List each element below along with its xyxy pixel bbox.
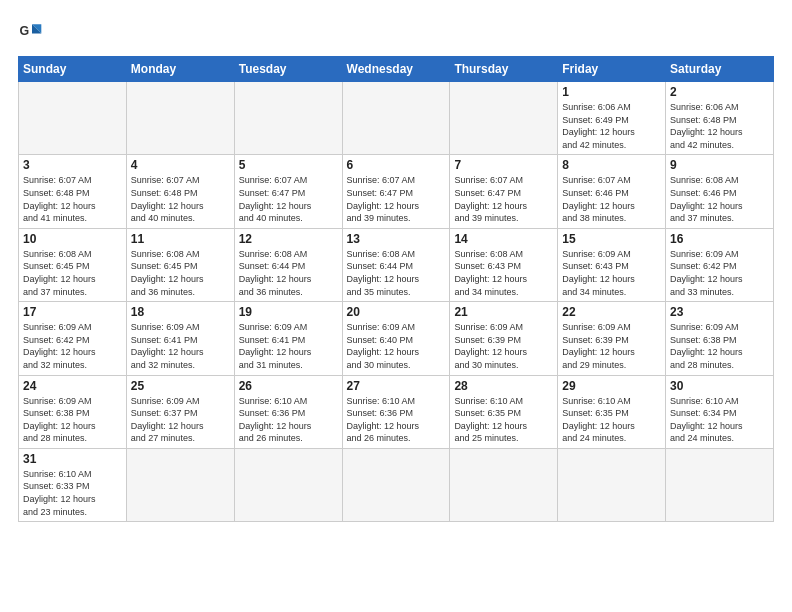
day-cell <box>558 448 666 521</box>
day-number: 28 <box>454 379 553 393</box>
day-cell: 17Sunrise: 6:09 AMSunset: 6:42 PMDayligh… <box>19 302 127 375</box>
logo: G <box>18 18 50 46</box>
day-cell: 2Sunrise: 6:06 AMSunset: 6:48 PMDaylight… <box>666 82 774 155</box>
day-info: Sunrise: 6:07 AMSunset: 6:48 PMDaylight:… <box>23 174 122 224</box>
day-info: Sunrise: 6:10 AMSunset: 6:35 PMDaylight:… <box>454 395 553 445</box>
day-number: 15 <box>562 232 661 246</box>
day-cell: 14Sunrise: 6:08 AMSunset: 6:43 PMDayligh… <box>450 228 558 301</box>
day-cell: 4Sunrise: 6:07 AMSunset: 6:48 PMDaylight… <box>126 155 234 228</box>
day-number: 14 <box>454 232 553 246</box>
weekday-header-monday: Monday <box>126 57 234 82</box>
day-cell: 9Sunrise: 6:08 AMSunset: 6:46 PMDaylight… <box>666 155 774 228</box>
day-info: Sunrise: 6:09 AMSunset: 6:38 PMDaylight:… <box>23 395 122 445</box>
week-row-3: 10Sunrise: 6:08 AMSunset: 6:45 PMDayligh… <box>19 228 774 301</box>
day-info: Sunrise: 6:08 AMSunset: 6:45 PMDaylight:… <box>23 248 122 298</box>
day-number: 22 <box>562 305 661 319</box>
day-info: Sunrise: 6:09 AMSunset: 6:39 PMDaylight:… <box>454 321 553 371</box>
day-info: Sunrise: 6:09 AMSunset: 6:38 PMDaylight:… <box>670 321 769 371</box>
day-info: Sunrise: 6:10 AMSunset: 6:33 PMDaylight:… <box>23 468 122 518</box>
day-number: 29 <box>562 379 661 393</box>
day-info: Sunrise: 6:06 AMSunset: 6:49 PMDaylight:… <box>562 101 661 151</box>
week-row-5: 24Sunrise: 6:09 AMSunset: 6:38 PMDayligh… <box>19 375 774 448</box>
calendar-header: SundayMondayTuesdayWednesdayThursdayFrid… <box>19 57 774 82</box>
day-info: Sunrise: 6:07 AMSunset: 6:47 PMDaylight:… <box>239 174 338 224</box>
day-number: 17 <box>23 305 122 319</box>
day-number: 25 <box>131 379 230 393</box>
day-cell: 23Sunrise: 6:09 AMSunset: 6:38 PMDayligh… <box>666 302 774 375</box>
day-info: Sunrise: 6:08 AMSunset: 6:45 PMDaylight:… <box>131 248 230 298</box>
day-cell: 1Sunrise: 6:06 AMSunset: 6:49 PMDaylight… <box>558 82 666 155</box>
day-info: Sunrise: 6:09 AMSunset: 6:39 PMDaylight:… <box>562 321 661 371</box>
day-cell: 7Sunrise: 6:07 AMSunset: 6:47 PMDaylight… <box>450 155 558 228</box>
day-number: 4 <box>131 158 230 172</box>
day-number: 9 <box>670 158 769 172</box>
weekday-header-wednesday: Wednesday <box>342 57 450 82</box>
day-info: Sunrise: 6:09 AMSunset: 6:41 PMDaylight:… <box>131 321 230 371</box>
weekday-header-thursday: Thursday <box>450 57 558 82</box>
day-info: Sunrise: 6:09 AMSunset: 6:41 PMDaylight:… <box>239 321 338 371</box>
calendar-page: G SundayMondayTuesdayWednesdayThursdayFr… <box>0 0 792 612</box>
day-cell: 6Sunrise: 6:07 AMSunset: 6:47 PMDaylight… <box>342 155 450 228</box>
weekday-header-friday: Friday <box>558 57 666 82</box>
day-cell <box>342 82 450 155</box>
day-cell <box>126 448 234 521</box>
day-number: 12 <box>239 232 338 246</box>
week-row-2: 3Sunrise: 6:07 AMSunset: 6:48 PMDaylight… <box>19 155 774 228</box>
day-cell: 26Sunrise: 6:10 AMSunset: 6:36 PMDayligh… <box>234 375 342 448</box>
day-number: 18 <box>131 305 230 319</box>
day-cell: 10Sunrise: 6:08 AMSunset: 6:45 PMDayligh… <box>19 228 127 301</box>
day-cell: 31Sunrise: 6:10 AMSunset: 6:33 PMDayligh… <box>19 448 127 521</box>
day-number: 1 <box>562 85 661 99</box>
day-cell <box>450 448 558 521</box>
header: G <box>18 18 774 46</box>
day-info: Sunrise: 6:10 AMSunset: 6:34 PMDaylight:… <box>670 395 769 445</box>
day-number: 21 <box>454 305 553 319</box>
day-info: Sunrise: 6:07 AMSunset: 6:48 PMDaylight:… <box>131 174 230 224</box>
day-cell: 13Sunrise: 6:08 AMSunset: 6:44 PMDayligh… <box>342 228 450 301</box>
day-info: Sunrise: 6:07 AMSunset: 6:47 PMDaylight:… <box>454 174 553 224</box>
day-cell <box>450 82 558 155</box>
day-number: 13 <box>347 232 446 246</box>
week-row-1: 1Sunrise: 6:06 AMSunset: 6:49 PMDaylight… <box>19 82 774 155</box>
day-cell: 5Sunrise: 6:07 AMSunset: 6:47 PMDaylight… <box>234 155 342 228</box>
weekday-row: SundayMondayTuesdayWednesdayThursdayFrid… <box>19 57 774 82</box>
week-row-4: 17Sunrise: 6:09 AMSunset: 6:42 PMDayligh… <box>19 302 774 375</box>
day-cell: 19Sunrise: 6:09 AMSunset: 6:41 PMDayligh… <box>234 302 342 375</box>
day-number: 20 <box>347 305 446 319</box>
day-info: Sunrise: 6:08 AMSunset: 6:44 PMDaylight:… <box>239 248 338 298</box>
day-cell: 27Sunrise: 6:10 AMSunset: 6:36 PMDayligh… <box>342 375 450 448</box>
day-info: Sunrise: 6:09 AMSunset: 6:40 PMDaylight:… <box>347 321 446 371</box>
day-number: 26 <box>239 379 338 393</box>
day-number: 5 <box>239 158 338 172</box>
day-number: 31 <box>23 452 122 466</box>
day-number: 30 <box>670 379 769 393</box>
day-number: 23 <box>670 305 769 319</box>
day-number: 11 <box>131 232 230 246</box>
day-info: Sunrise: 6:09 AMSunset: 6:42 PMDaylight:… <box>23 321 122 371</box>
day-cell: 21Sunrise: 6:09 AMSunset: 6:39 PMDayligh… <box>450 302 558 375</box>
day-number: 2 <box>670 85 769 99</box>
logo-icon: G <box>18 18 46 46</box>
day-cell <box>234 448 342 521</box>
day-cell <box>234 82 342 155</box>
day-cell: 20Sunrise: 6:09 AMSunset: 6:40 PMDayligh… <box>342 302 450 375</box>
day-info: Sunrise: 6:08 AMSunset: 6:46 PMDaylight:… <box>670 174 769 224</box>
day-info: Sunrise: 6:09 AMSunset: 6:43 PMDaylight:… <box>562 248 661 298</box>
day-info: Sunrise: 6:09 AMSunset: 6:42 PMDaylight:… <box>670 248 769 298</box>
day-cell: 12Sunrise: 6:08 AMSunset: 6:44 PMDayligh… <box>234 228 342 301</box>
day-info: Sunrise: 6:10 AMSunset: 6:36 PMDaylight:… <box>347 395 446 445</box>
day-cell: 22Sunrise: 6:09 AMSunset: 6:39 PMDayligh… <box>558 302 666 375</box>
day-number: 27 <box>347 379 446 393</box>
day-info: Sunrise: 6:07 AMSunset: 6:46 PMDaylight:… <box>562 174 661 224</box>
day-cell: 15Sunrise: 6:09 AMSunset: 6:43 PMDayligh… <box>558 228 666 301</box>
day-number: 10 <box>23 232 122 246</box>
day-number: 16 <box>670 232 769 246</box>
day-number: 6 <box>347 158 446 172</box>
day-number: 24 <box>23 379 122 393</box>
week-row-6: 31Sunrise: 6:10 AMSunset: 6:33 PMDayligh… <box>19 448 774 521</box>
day-cell: 16Sunrise: 6:09 AMSunset: 6:42 PMDayligh… <box>666 228 774 301</box>
day-info: Sunrise: 6:06 AMSunset: 6:48 PMDaylight:… <box>670 101 769 151</box>
weekday-header-tuesday: Tuesday <box>234 57 342 82</box>
weekday-header-sunday: Sunday <box>19 57 127 82</box>
day-number: 8 <box>562 158 661 172</box>
